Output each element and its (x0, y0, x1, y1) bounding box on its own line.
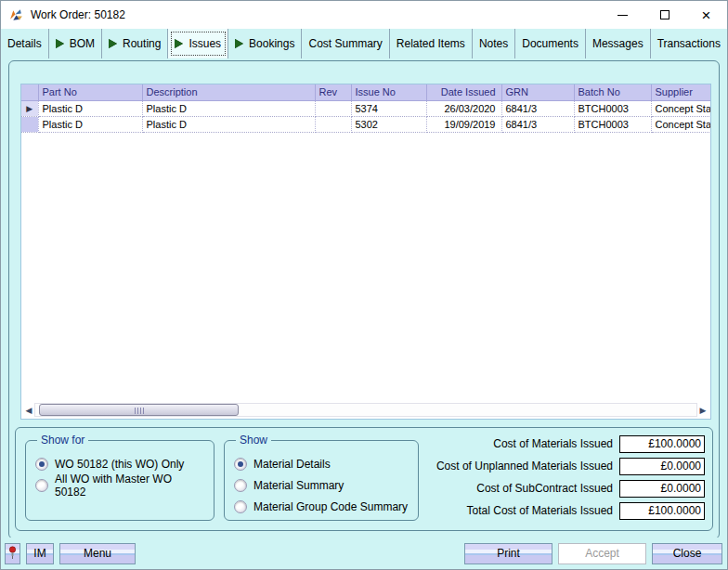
cost-unplanned-materials-row: Cost of Unplanned Materials Issued (398, 457, 705, 475)
radio-icon (234, 500, 247, 513)
tab-issues[interactable]: Issues (168, 29, 228, 58)
show-legend: Show (236, 434, 271, 447)
maximize-button[interactable] (644, 1, 685, 29)
cost-summary-fields: Cost of Materials Issued Cost of Unplann… (398, 434, 705, 524)
minimize-icon (618, 15, 628, 16)
tab-transactions[interactable]: Transactions (651, 29, 728, 58)
tab-notes[interactable]: Notes (473, 29, 515, 58)
radio-wo-this-only[interactable]: WO 50182 (this WO) Only (35, 457, 204, 472)
radio-all-wo-master[interactable]: All WO with Master WO 50182 (35, 478, 204, 493)
scroll-left-icon[interactable]: ◀ (23, 403, 34, 417)
cost-subcontract-field[interactable] (619, 480, 705, 498)
col-header-date-issued[interactable]: Date Issued (426, 84, 501, 100)
col-header-description[interactable]: Description (142, 84, 315, 100)
radio-icon (35, 458, 48, 471)
radio-material-summary[interactable]: Material Summary (234, 478, 409, 493)
col-header-rev[interactable]: Rev (315, 84, 351, 100)
close-dialog-button[interactable]: Close (652, 543, 722, 564)
options-panel: Show for WO 50182 (this WO) Only All WO … (15, 427, 713, 531)
total-cost-materials-row: Total Cost of Materials Issued (398, 501, 705, 520)
radio-icon (234, 479, 247, 492)
tab-arrow-icon (175, 39, 183, 48)
issues-tab-panel: Part No Description Rev Issue No Date Is… (8, 60, 720, 539)
minimize-button[interactable] (602, 1, 644, 29)
grid-corner-cell (21, 84, 38, 100)
menu-button[interactable]: Menu (59, 543, 136, 564)
tab-routing[interactable]: Routing (102, 29, 168, 58)
im-button[interactable]: IM (26, 543, 54, 564)
col-header-part-no[interactable]: Part No (38, 84, 142, 100)
pushpin-icon (8, 546, 17, 561)
tab-bookings[interactable]: Bookings (228, 29, 302, 58)
window-title: Work Order: 50182 (31, 8, 125, 21)
print-button[interactable]: Print (464, 543, 552, 564)
cost-materials-issued-label: Cost of Materials Issued (398, 437, 619, 450)
work-order-window: Work Order: 50182 × Details BOM Routing … (0, 0, 728, 570)
radio-material-details[interactable]: Material Details (234, 457, 409, 472)
close-icon: × (702, 7, 711, 23)
tab-arrow-icon (235, 39, 243, 48)
scrollbar-thumb[interactable] (39, 404, 239, 416)
col-header-batch-no[interactable]: Batch No (574, 84, 651, 100)
grid-header-row: Part No Description Rev Issue No Date Is… (21, 84, 711, 100)
table-row[interactable]: Plastic D Plastic D 5302 19/09/2019 6841… (21, 116, 711, 132)
tab-details[interactable]: Details (1, 29, 49, 58)
close-button[interactable]: × (685, 1, 727, 29)
pin-button[interactable] (5, 543, 20, 564)
show-groupbox: Show Material Details Material Summary M… (224, 434, 419, 521)
show-for-legend: Show for (37, 434, 88, 447)
row-selector-cell (21, 116, 38, 132)
tab-related-items[interactable]: Related Items (390, 29, 473, 58)
cost-materials-issued-row: Cost of Materials Issued (398, 434, 705, 453)
footer-bar: IM Menu Print Accept Close (1, 538, 727, 569)
radio-icon (234, 458, 247, 471)
cost-unplanned-materials-field[interactable] (619, 458, 705, 475)
cost-subcontract-label: Cost of SubContract Issued (398, 482, 619, 495)
horizontal-scrollbar: ◀ ▶ (23, 403, 708, 417)
tab-arrow-icon (56, 39, 64, 48)
tab-bar: Details BOM Routing Issues Bookings Cost… (1, 29, 727, 58)
table-row[interactable]: ▶ Plastic D Plastic D 5374 26/03/2020 68… (21, 100, 711, 116)
total-cost-materials-field[interactable] (619, 502, 705, 520)
col-header-grn[interactable]: GRN (501, 84, 574, 100)
accept-button[interactable]: Accept (558, 543, 646, 564)
cost-unplanned-materials-label: Cost of Unplanned Materials Issued (398, 460, 619, 473)
col-header-supplier[interactable]: Supplier (651, 84, 711, 100)
tab-documents[interactable]: Documents (515, 29, 586, 58)
issues-grid: Part No Description Rev Issue No Date Is… (20, 84, 711, 420)
maximize-icon (660, 10, 670, 19)
tab-messages[interactable]: Messages (586, 29, 651, 58)
titlebar: Work Order: 50182 × (1, 1, 727, 29)
total-cost-materials-label: Total Cost of Materials Issued (398, 504, 619, 517)
cost-materials-issued-field[interactable] (619, 435, 705, 453)
tab-cost-summary[interactable]: Cost Summary (302, 29, 389, 58)
radio-icon (35, 479, 48, 492)
col-header-issue-no[interactable]: Issue No (351, 84, 426, 100)
radio-material-group-code-summary[interactable]: Material Group Code Summary (234, 499, 409, 514)
tab-bom[interactable]: BOM (49, 29, 102, 58)
app-logo-icon (8, 7, 24, 23)
row-selector-icon: ▶ (21, 100, 38, 116)
scroll-right-icon[interactable]: ▶ (697, 403, 708, 417)
show-for-groupbox: Show for WO 50182 (this WO) Only All WO … (25, 434, 214, 521)
scrollbar-track[interactable] (34, 403, 697, 417)
cost-subcontract-row: Cost of SubContract Issued (398, 479, 705, 498)
tab-arrow-icon (109, 39, 117, 48)
